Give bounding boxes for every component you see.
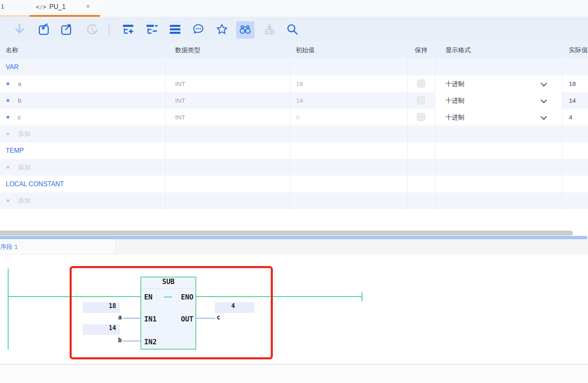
pin-en: EN — [144, 293, 152, 301]
header-actual-value: 实际值 — [569, 42, 588, 59]
column-divider — [562, 42, 562, 209]
active-tab-underline — [30, 15, 100, 17]
var-bullet-icon — [7, 116, 9, 119]
operand-out[interactable]: c — [217, 314, 220, 322]
operand-in2[interactable]: b — [83, 337, 122, 345]
pin-eno: ENO — [181, 293, 193, 301]
rung-end-cap — [362, 292, 362, 301]
column-divider — [407, 42, 408, 209]
inactive-tab-underline — [0, 15, 30, 17]
add-bullet-icon — [7, 166, 9, 169]
var-init-cell[interactable]: 14 — [296, 92, 303, 109]
network-title-box[interactable]: 程序段 1 — [0, 239, 116, 255]
section-label: VAR — [6, 59, 19, 75]
operand-in1[interactable]: a — [83, 314, 122, 322]
export-icon[interactable] — [60, 23, 73, 36]
add-bullet-icon — [7, 132, 9, 135]
table-row-var-b: b INT 14 十进制 14 — [0, 92, 588, 109]
tab-partial-left[interactable]: 1 — [1, 3, 4, 10]
partial-icon[interactable] — [0, 23, 3, 36]
var-name-cell[interactable]: b — [18, 92, 22, 109]
horizontal-scrollbar-thumb[interactable] — [0, 231, 573, 236]
var-type-cell[interactable]: INT — [175, 109, 185, 125]
network-header: 程序段 1 — [0, 239, 588, 255]
monitor-value-in1: 18 — [83, 302, 120, 313]
add-row-temp[interactable]: 添加 — [0, 159, 588, 176]
column-divider — [290, 42, 290, 209]
var-type-cell[interactable]: INT — [175, 75, 185, 92]
code-icon: </> — [36, 4, 46, 10]
insert-row-icon[interactable] — [122, 23, 135, 36]
run-sync-icon[interactable] — [86, 23, 99, 36]
pane-splitter-bar[interactable] — [0, 236, 587, 239]
section-label: LOCAL CONSTANT — [6, 176, 64, 192]
format-dropdown[interactable]: 十进制 — [445, 75, 465, 92]
ladder-canvas: SUB EN ENO IN1 OUT IN2 18 14 4 a b c — [0, 255, 588, 364]
var-type-cell[interactable]: INT — [175, 92, 185, 109]
wire-out — [196, 318, 215, 319]
import-icon[interactable] — [37, 23, 50, 36]
actual-value-cell: 18 — [569, 75, 576, 92]
tab-bar: 1 </> PU_1 × — [0, 0, 588, 17]
header-display-format: 显示格式 — [445, 42, 471, 59]
pin-out: OUT — [181, 315, 193, 323]
table-header-row: 名称 数据类型 初始值 保持 显示格式 实际值 — [0, 42, 588, 59]
monitor-value-in2: 14 — [83, 324, 120, 335]
section-label: TEMP — [6, 142, 24, 159]
pin-in2: IN2 — [144, 338, 157, 346]
comment-icon[interactable] — [192, 23, 205, 36]
block-title: SUB — [141, 277, 195, 288]
fbd-block-sub[interactable]: SUB EN ENO IN1 OUT IN2 — [140, 277, 196, 350]
delete-row-icon[interactable] — [145, 23, 158, 36]
var-init-cell[interactable]: 18 — [296, 75, 303, 92]
toolbar-separator — [109, 24, 110, 35]
add-row-label: 添加 — [18, 192, 31, 209]
column-divider — [165, 42, 166, 209]
monitor-value-out: 4 — [215, 302, 255, 313]
monitor-binoculars-icon[interactable] — [239, 23, 252, 36]
tab-close-icon[interactable]: × — [86, 2, 90, 11]
header-initial-value: 初始值 — [296, 42, 315, 59]
var-name-cell[interactable]: a — [18, 75, 22, 92]
download-to-plc-icon[interactable] — [263, 23, 276, 36]
var-bullet-icon — [7, 99, 9, 102]
retain-checkbox[interactable] — [417, 113, 425, 121]
section-row-local-constant[interactable]: LOCAL CONSTANT — [0, 176, 588, 192]
wire-in1 — [123, 318, 140, 319]
en-eno-link — [164, 297, 172, 297]
wire-in2 — [123, 341, 140, 341]
add-row-label: 添加 — [18, 125, 31, 142]
retain-checkbox[interactable] — [417, 79, 425, 88]
header-retain: 保持 — [407, 42, 435, 59]
format-dropdown[interactable]: 十进制 — [445, 92, 465, 109]
retain-checkbox[interactable] — [417, 96, 425, 104]
power-rail-left — [8, 269, 9, 350]
menu-icon[interactable] — [169, 23, 182, 36]
add-row-label: 添加 — [18, 159, 31, 176]
star-icon[interactable] — [215, 23, 228, 36]
actual-value-cell: 4 — [569, 109, 573, 125]
var-init-cell[interactable]: 0 — [296, 109, 300, 125]
column-divider — [435, 42, 435, 209]
header-name: 名称 — [6, 42, 18, 59]
section-row-temp[interactable]: TEMP — [0, 142, 588, 159]
pin-in1: IN1 — [144, 315, 157, 323]
search-icon[interactable] — [286, 23, 299, 36]
network-title: 程序段 1 — [0, 239, 18, 255]
tab-pu1[interactable]: </> PU_1 × — [30, 0, 100, 17]
tab-title: PU_1 — [49, 3, 66, 11]
add-row-local-constant[interactable]: 添加 — [0, 192, 588, 209]
var-bullet-icon — [7, 82, 9, 85]
add-row-var[interactable]: 添加 — [0, 125, 588, 142]
section-row-var[interactable]: VAR — [0, 59, 588, 75]
format-dropdown[interactable]: 十进制 — [445, 109, 465, 125]
header-data-type: 数据类型 — [175, 42, 200, 59]
download-arrow-icon[interactable] — [13, 23, 26, 36]
table-row-var-a: a INT 18 十进制 18 — [0, 75, 588, 92]
var-name-cell[interactable]: c — [18, 109, 21, 125]
actual-value-cell: 14 — [569, 92, 576, 109]
table-row-var-c: c INT 0 十进制 4 — [0, 109, 588, 125]
toolbar — [0, 17, 588, 42]
plc-ide-screen: 1 </> PU_1 × — [0, 0, 588, 383]
variable-table: 名称 数据类型 初始值 保持 显示格式 实际值 VAR a INT 18 十进制… — [0, 42, 588, 209]
